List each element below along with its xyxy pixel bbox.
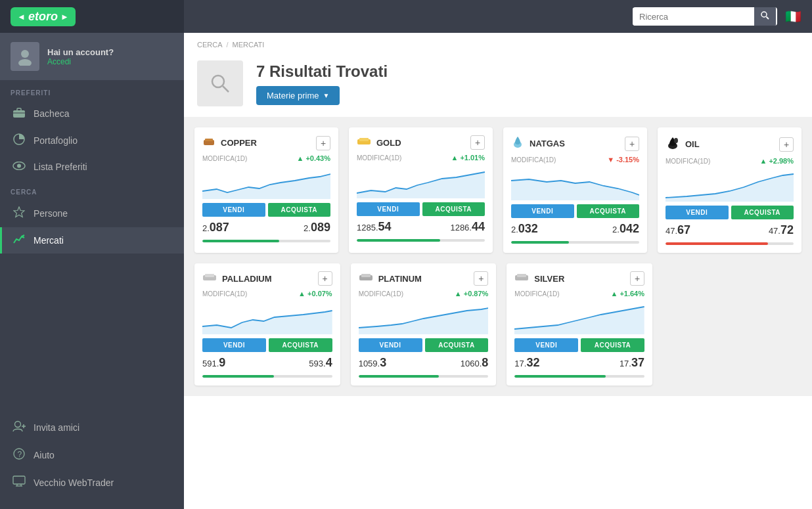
svg-rect-34 bbox=[205, 274, 214, 277]
svg-line-19 bbox=[767, 17, 769, 20]
vecchio-webtrader-label: Vecchio WebTrader bbox=[34, 477, 114, 488]
silver-add-button[interactable]: + bbox=[630, 271, 644, 286]
gold-sell-button[interactable]: VENDI bbox=[357, 202, 420, 216]
natgas-buy-button[interactable]: ACQUISTA bbox=[577, 204, 640, 218]
sidebar-item-invita-amici[interactable]: Invita amici bbox=[0, 414, 184, 441]
results-label: Risultati Trovati bbox=[269, 62, 388, 80]
svg-marker-27 bbox=[357, 172, 485, 198]
card-gold: GOLD + MODIFICA(1D) ▲ +1.01% VENDI bbox=[349, 127, 493, 253]
silver-sell-price: 17.32 bbox=[514, 356, 539, 370]
svg-point-31 bbox=[674, 138, 678, 143]
search-button[interactable] bbox=[754, 7, 776, 26]
silver-buy-button[interactable]: ACQUISTA bbox=[581, 338, 644, 352]
oil-sell-button[interactable]: VENDI bbox=[665, 206, 729, 219]
mercati-label: Mercati bbox=[34, 235, 64, 246]
search-box[interactable] bbox=[633, 7, 777, 26]
user-section: Hai un account? Accedi bbox=[0, 33, 184, 80]
card-palladium-title: PALLADIUM bbox=[202, 272, 272, 286]
copper-buy-price: 2.089 bbox=[304, 221, 330, 234]
results-icon-box bbox=[197, 60, 243, 106]
silver-icon bbox=[514, 272, 529, 286]
oil-name: OIL bbox=[685, 139, 700, 149]
oil-buttons: VENDI ACQUISTA bbox=[665, 206, 794, 219]
palladium-sell-button[interactable]: VENDI bbox=[202, 338, 266, 352]
sidebar-item-mercati[interactable]: Mercati bbox=[0, 227, 184, 254]
results-info: 7 Risultati Trovati Materie prime ▼ bbox=[256, 62, 388, 105]
oil-icon bbox=[665, 135, 680, 153]
gold-add-button[interactable]: + bbox=[470, 135, 485, 150]
sidebar: ◄ etoro ► Hai un account? Accedi PREFERI… bbox=[0, 0, 184, 509]
card-platinum: PLATINUM + MODIFICA(1D) ▲ +0.87% VENDI bbox=[351, 263, 497, 386]
card-natgas: NATGAS + MODIFICA(1D) ▼ -3.15% VENDI bbox=[503, 127, 647, 253]
language-flag[interactable]: 🇮🇹 bbox=[785, 9, 801, 24]
svg-line-21 bbox=[223, 86, 229, 92]
logo-arrow-left: ◄ bbox=[17, 12, 26, 22]
copper-change-value: ▲ +0.43% bbox=[296, 154, 330, 162]
oil-change-value: ▲ +2.98% bbox=[759, 157, 794, 165]
sidebar-item-aiuto[interactable]: ? Aiuto bbox=[0, 441, 184, 469]
natgas-progress bbox=[511, 241, 639, 244]
sidebar-item-persone[interactable]: Persone bbox=[0, 200, 184, 227]
silver-chart bbox=[514, 301, 644, 334]
cards-area: COPPER + MODIFICA(1D) ▲ +0.43% VENDI bbox=[184, 117, 812, 396]
platinum-buy-button[interactable]: ACQUISTA bbox=[425, 338, 489, 352]
silver-sell-button[interactable]: VENDI bbox=[514, 338, 578, 352]
svg-rect-37 bbox=[361, 274, 371, 277]
natgas-sell-button[interactable]: VENDI bbox=[511, 204, 574, 218]
palladium-prices: 591.9 593.4 bbox=[202, 356, 332, 370]
topbar: 🇮🇹 bbox=[184, 0, 812, 33]
natgas-buy-price: 2.042 bbox=[612, 222, 639, 236]
card-palladium: PALLADIUM + MODIFICA(1D) ▲ +0.07% VENDI bbox=[194, 263, 340, 386]
results-title: 7 Risultati Trovati bbox=[256, 62, 388, 81]
svg-marker-35 bbox=[202, 311, 332, 334]
sidebar-item-vecchio-webtrader[interactable]: Vecchio WebTrader bbox=[0, 469, 184, 496]
gold-sell-price: 1285.54 bbox=[357, 220, 392, 234]
copper-buy-button[interactable]: ACQUISTA bbox=[268, 203, 331, 217]
sidebar-item-portafoglio[interactable]: Portafoglio bbox=[0, 127, 184, 154]
oil-buy-button[interactable]: ACQUISTA bbox=[731, 206, 794, 219]
filter-button[interactable]: Materie prime ▼ bbox=[256, 86, 340, 105]
aiuto-label: Aiuto bbox=[34, 450, 55, 460]
platinum-add-button[interactable]: + bbox=[474, 271, 488, 286]
user-greeting: Hai un account? bbox=[47, 47, 114, 57]
svg-point-9 bbox=[15, 422, 21, 428]
copper-sell-button[interactable]: VENDI bbox=[202, 203, 265, 217]
palladium-buy-button[interactable]: ACQUISTA bbox=[269, 338, 332, 352]
cerca-label: CERCA bbox=[0, 179, 184, 200]
user-info: Hai un account? Accedi bbox=[47, 47, 114, 66]
cards-row-1: COPPER + MODIFICA(1D) ▲ +0.43% VENDI bbox=[194, 127, 801, 253]
svg-rect-26 bbox=[359, 138, 369, 141]
natgas-change-value: ▼ -3.15% bbox=[607, 156, 639, 164]
svg-rect-14 bbox=[13, 476, 25, 484]
login-link[interactable]: Accedi bbox=[47, 57, 114, 66]
search-input[interactable] bbox=[633, 8, 754, 26]
card-silver-title: SILVER bbox=[514, 272, 564, 286]
copper-buttons: VENDI ACQUISTA bbox=[202, 203, 330, 217]
svg-marker-8 bbox=[14, 207, 24, 217]
silver-change-value: ▲ +1.64% bbox=[610, 290, 644, 298]
platinum-sell-button[interactable]: VENDI bbox=[359, 338, 422, 352]
logo-text: etoro bbox=[28, 10, 58, 24]
copper-add-button[interactable]: + bbox=[316, 136, 330, 150]
portafoglio-label: Portafoglio bbox=[34, 135, 78, 146]
gold-buttons: VENDI ACQUISTA bbox=[357, 202, 485, 216]
breadcrumb: CERCA / MERCATI bbox=[184, 33, 812, 54]
card-oil: OIL + MODIFICA(1D) ▲ +2.98% VENDI A bbox=[658, 127, 801, 253]
oil-sell-price: 47.67 bbox=[665, 223, 690, 237]
oil-add-button[interactable]: + bbox=[779, 137, 794, 152]
sidebar-item-lista-preferiti[interactable]: Lista Preferiti bbox=[0, 154, 184, 179]
palladium-add-button[interactable]: + bbox=[318, 271, 332, 286]
sidebar-header: ◄ etoro ► bbox=[0, 0, 184, 33]
palladium-change-value: ▲ +0.07% bbox=[298, 290, 332, 298]
gold-buy-price: 1286.44 bbox=[450, 220, 485, 234]
gold-buy-button[interactable]: ACQUISTA bbox=[422, 202, 485, 216]
palladium-buttons: VENDI ACQUISTA bbox=[202, 338, 332, 352]
natgas-add-button[interactable]: + bbox=[625, 137, 639, 151]
silver-buttons: VENDI ACQUISTA bbox=[514, 338, 644, 352]
natgas-change-label: MODIFICA(1D) bbox=[511, 156, 556, 164]
platinum-chart bbox=[359, 301, 489, 334]
card-platinum-title: PLATINUM bbox=[359, 272, 422, 286]
sidebar-item-bacheca[interactable]: Bacheca bbox=[0, 100, 184, 127]
avatar bbox=[11, 42, 39, 71]
chevron-down-icon: ▼ bbox=[323, 92, 329, 99]
